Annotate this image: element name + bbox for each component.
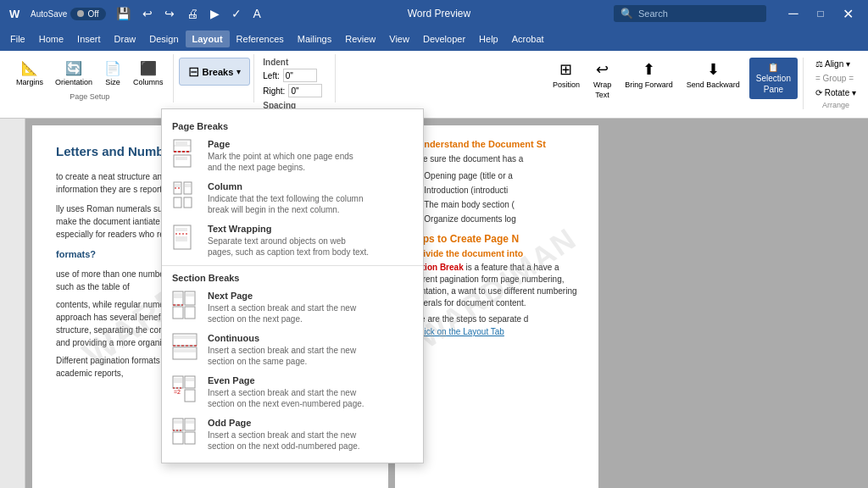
break-page-desc: Mark the point at which one page endsand… (208, 151, 353, 173)
break-nextpage-item[interactable]: Next Page Insert a section break and sta… (162, 286, 423, 329)
side-section-title: Steps to Create Page N (407, 233, 587, 245)
side-list-item: – Organize documents log (417, 212, 587, 226)
break-continuous-item[interactable]: Continuous Insert a section break and st… (162, 329, 423, 371)
svg-rect-53 (185, 390, 195, 402)
indent-right-label: Right: (263, 86, 285, 96)
break-continuous-desc: Insert a section break and start the new… (208, 345, 356, 367)
svg-text:2: 2 (177, 389, 181, 395)
group-btn[interactable]: = Group = (810, 72, 861, 85)
break-textwrap-title: Text Wrapping (208, 224, 369, 234)
search-icon: 🔍 (620, 8, 633, 19)
break-evenpage-desc: Insert a section break and start the new… (208, 387, 364, 409)
search-bar[interactable]: 🔍 (614, 5, 766, 22)
svg-rect-50 (185, 376, 195, 388)
search-input[interactable] (638, 8, 757, 19)
menu-view[interactable]: View (382, 30, 416, 47)
page-setup-label: Page Setup (70, 92, 109, 101)
size-btn[interactable]: 📄 Size (100, 58, 125, 89)
redo-icon[interactable]: ↪ (161, 5, 178, 22)
side-para2: Section Break is a feature that a have a… (407, 262, 587, 309)
menu-draw[interactable]: Draw (108, 30, 143, 47)
align-btn[interactable]: ⚖Align ▾ (810, 58, 861, 70)
side-para3: Here are the steps to separate d (407, 314, 587, 324)
close-btn[interactable]: ✕ (834, 2, 861, 25)
autosave-label: AutoSave (31, 9, 67, 19)
break-column-title: Column (208, 181, 363, 191)
maximize-btn[interactable]: □ (807, 2, 834, 25)
bring-forward-btn[interactable]: ⬆ Bring Forward (620, 58, 677, 92)
break-column-item[interactable]: Column Indicate that the text following … (162, 177, 423, 219)
break-textwrap-item[interactable]: Text Wrapping Separate text around objec… (162, 219, 423, 262)
checkmark-icon[interactable]: ✓ (228, 5, 245, 22)
menu-insert[interactable]: Insert (70, 30, 108, 47)
break-column-desc: Indicate that the text following the col… (208, 193, 363, 215)
rotate-btn[interactable]: ⟳ Rotate ▾ (810, 86, 861, 99)
menu-layout[interactable]: Layout (186, 30, 230, 47)
break-textwrap-desc: Separate text around objects on webpages… (208, 236, 369, 258)
main-area: WARDIMAN Letters and Numbers in Word to … (0, 119, 868, 488)
svg-rect-34 (173, 307, 183, 319)
columns-btn[interactable]: ⬛ Columns (129, 58, 168, 89)
svg-rect-64 (185, 432, 195, 444)
menu-references[interactable]: References (230, 30, 291, 47)
menu-home[interactable]: Home (32, 30, 70, 47)
menu-help[interactable]: Help (472, 30, 505, 47)
break-oddpage-item[interactable]: = 3 Odd Page Insert a section break and … (162, 413, 423, 456)
menu-acrobat[interactable]: Acrobat (505, 30, 551, 47)
autosave-toggle[interactable]: Off (70, 8, 105, 20)
break-oddpage-icon: = 3 (172, 418, 199, 448)
save-icon[interactable]: 💾 (113, 5, 134, 22)
menu-bar: File Home Insert Draw Design Layout Refe… (0, 27, 868, 51)
svg-rect-14 (184, 182, 192, 194)
break-nextpage-desc: Insert a section break and start the new… (208, 302, 356, 324)
page-breaks-title: Page Breaks (162, 116, 423, 135)
play-icon[interactable]: ▶ (207, 5, 223, 22)
break-textwrap-icon (172, 224, 199, 254)
break-evenpage-icon: = 2 (172, 375, 199, 406)
svg-rect-54 (173, 419, 183, 430)
autosave-area: AutoSave Off (31, 8, 106, 20)
window-controls: ─ □ ✕ (780, 2, 861, 25)
break-page-item[interactable]: Page Mark the point at which one page en… (162, 135, 423, 177)
minimize-btn[interactable]: ─ (780, 2, 807, 25)
position-btn[interactable]: ⊞ Position (548, 58, 584, 92)
menu-mailings[interactable]: Mailings (291, 30, 338, 47)
svg-rect-36 (173, 334, 197, 346)
break-evenpage-item[interactable]: = 2 Even Page Insert a section break and… (162, 371, 423, 413)
svg-rect-18 (184, 197, 192, 208)
orientation-btn[interactable]: 🔄 Orientation (51, 58, 97, 89)
right-page[interactable]: WARDIMAN 2. Understand the Document St M… (395, 125, 598, 488)
breaks-dropdown: Page Breaks Page Mark the point at which… (161, 108, 424, 463)
break-column-icon (172, 181, 199, 212)
side-list: – Opening page (title or a – Introductio… (417, 169, 587, 226)
menu-review[interactable]: Review (338, 30, 382, 47)
indent-right-input[interactable] (288, 84, 322, 97)
margins-btn[interactable]: 📐 Margins (12, 58, 47, 89)
print-icon[interactable]: 🖨 (183, 5, 202, 22)
break-oddpage-desc: Insert a section break and start the new… (208, 430, 360, 452)
menu-developer[interactable]: Developer (416, 30, 472, 47)
send-backward-btn[interactable]: ⬇ Send Backward (682, 58, 744, 92)
selection-pane-btn[interactable]: 📋 Selection Pane (749, 58, 798, 99)
breaks-btn[interactable]: ⊟ Breaks ▾ (179, 58, 251, 86)
svg-rect-26 (173, 291, 183, 305)
format-icon[interactable]: A (250, 5, 264, 22)
break-oddpage-title: Odd Page (208, 418, 360, 428)
undo-icon[interactable]: ↩ (139, 5, 156, 22)
side-sub-heading: a. Divide the document into (407, 248, 587, 258)
side-list-item: – Introduction (introducti (417, 183, 587, 197)
ribbon-content: 📐 Margins 🔄 Orientation 📄 Size ⬛ Columns… (0, 51, 868, 119)
menu-design[interactable]: Design (142, 30, 185, 47)
arrange-label: Arrange (810, 101, 861, 109)
menu-file[interactable]: File (3, 30, 32, 47)
dropdown-divider (162, 265, 423, 266)
indent-left-input[interactable] (283, 69, 317, 82)
side-link[interactable]: 1. Click on the Layout Tab (407, 327, 587, 336)
svg-rect-60 (185, 419, 195, 430)
svg-rect-63 (173, 432, 183, 444)
arrange-group: ⚖Align ▾ = Group = ⟳ Rotate ▾ Arrange (803, 58, 861, 109)
side-para1: Make sure the document has a (407, 154, 587, 164)
wrap-text-btn[interactable]: ↩ Wrap Text (589, 58, 615, 102)
svg-rect-40 (173, 347, 197, 359)
section-breaks-title: Section Breaks (162, 269, 423, 286)
